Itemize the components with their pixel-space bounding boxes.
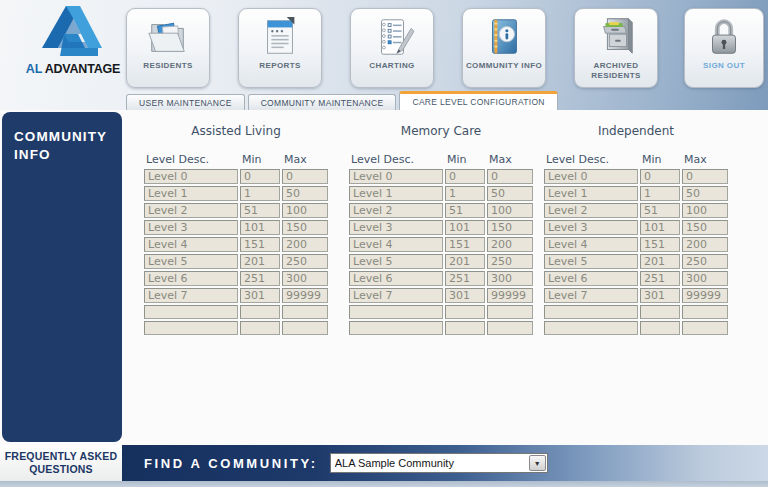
table-cell[interactable]: Level 5 — [144, 254, 238, 269]
table-cell[interactable] — [640, 305, 680, 319]
community-select[interactable]: ALA Sample Community ▼ — [330, 453, 548, 473]
table-cell[interactable]: Level 0 — [544, 169, 638, 184]
table-cell[interactable] — [487, 321, 533, 335]
table-cell[interactable]: Level 6 — [144, 271, 238, 286]
table-cell[interactable]: 50 — [282, 186, 328, 201]
table-cell[interactable]: 201 — [240, 254, 280, 269]
sign-out-button[interactable]: SIGN OUT — [684, 8, 764, 88]
table-cell[interactable]: 150 — [682, 220, 728, 235]
table-cell[interactable]: 51 — [445, 203, 485, 218]
table-cell[interactable]: 301 — [640, 288, 680, 303]
table-cell[interactable]: 200 — [282, 237, 328, 252]
table-cell[interactable]: Level 1 — [544, 186, 638, 201]
table-cell[interactable]: 300 — [282, 271, 328, 286]
table-cell[interactable]: 51 — [240, 203, 280, 218]
table-cell[interactable]: 300 — [682, 271, 728, 286]
charting-button[interactable]: CHARTING — [350, 8, 434, 88]
table-cell[interactable]: 251 — [240, 271, 280, 286]
table-cell[interactable]: 1 — [240, 186, 280, 201]
table-cell[interactable]: 0 — [682, 169, 728, 184]
table-cell[interactable]: 151 — [445, 237, 485, 252]
table-cell[interactable]: 301 — [240, 288, 280, 303]
table-cell[interactable]: 250 — [487, 254, 533, 269]
table-cell[interactable]: 250 — [682, 254, 728, 269]
table-cell[interactable]: 100 — [487, 203, 533, 218]
table-cell[interactable]: Level 6 — [544, 271, 638, 286]
reports-button[interactable]: REPORTS — [238, 8, 322, 88]
tab-community-maintenance[interactable]: COMMUNITY MAINTENANCE — [248, 94, 397, 110]
table-cell[interactable]: Level 4 — [544, 237, 638, 252]
table-cell[interactable] — [282, 321, 328, 335]
table-cell[interactable]: 101 — [240, 220, 280, 235]
table-cell[interactable] — [445, 305, 485, 319]
table-cell[interactable]: Level 7 — [544, 288, 638, 303]
table-cell[interactable]: 300 — [487, 271, 533, 286]
table-cell[interactable] — [240, 321, 280, 335]
community-info-button[interactable]: COMMUNITY INFO — [462, 8, 546, 88]
table-cell[interactable]: 151 — [640, 237, 680, 252]
table-cell[interactable]: Level 6 — [349, 271, 443, 286]
table-cell[interactable] — [282, 305, 328, 319]
table-cell[interactable]: Level 2 — [544, 203, 638, 218]
table-cell[interactable]: Level 3 — [544, 220, 638, 235]
residents-button[interactable]: RESIDENTS — [126, 8, 210, 88]
archived-residents-button[interactable]: ARCHIVED RESIDENTS — [574, 8, 658, 88]
table-cell[interactable]: 200 — [682, 237, 728, 252]
table-cell[interactable]: Level 4 — [349, 237, 443, 252]
table-cell[interactable]: Level 1 — [144, 186, 238, 201]
table-cell[interactable] — [349, 305, 443, 319]
table-cell[interactable]: 99999 — [487, 288, 533, 303]
table-cell[interactable]: 0 — [240, 169, 280, 184]
table-cell[interactable]: Level 5 — [544, 254, 638, 269]
table-cell[interactable] — [487, 305, 533, 319]
table-cell[interactable]: 50 — [487, 186, 533, 201]
table-cell[interactable]: 101 — [640, 220, 680, 235]
table-cell[interactable]: 0 — [487, 169, 533, 184]
table-cell[interactable]: 251 — [640, 271, 680, 286]
table-cell[interactable] — [144, 305, 238, 319]
table-cell[interactable]: 201 — [640, 254, 680, 269]
table-cell[interactable]: Level 5 — [349, 254, 443, 269]
frequently-asked-questions-button[interactable]: FREQUENTLY ASKED QUESTIONS — [0, 445, 122, 481]
table-cell[interactable]: Level 1 — [349, 186, 443, 201]
table-cell[interactable] — [682, 321, 728, 335]
table-cell[interactable] — [640, 321, 680, 335]
table-cell[interactable]: Level 3 — [144, 220, 238, 235]
table-cell[interactable] — [240, 305, 280, 319]
table-cell[interactable]: 1 — [445, 186, 485, 201]
table-cell[interactable]: 0 — [282, 169, 328, 184]
table-cell[interactable]: 0 — [445, 169, 485, 184]
table-cell[interactable]: 1 — [640, 186, 680, 201]
table-cell[interactable]: 151 — [240, 237, 280, 252]
table-cell[interactable]: 101 — [445, 220, 485, 235]
table-cell[interactable] — [682, 305, 728, 319]
table-cell[interactable] — [349, 321, 443, 335]
table-cell[interactable]: 201 — [445, 254, 485, 269]
tab-care-level-configuration[interactable]: CARE LEVEL CONFIGURATION — [399, 91, 557, 110]
table-cell[interactable]: 250 — [282, 254, 328, 269]
table-cell[interactable] — [144, 321, 238, 335]
table-cell[interactable]: 301 — [445, 288, 485, 303]
table-cell[interactable]: Level 2 — [144, 203, 238, 218]
table-cell[interactable]: 0 — [640, 169, 680, 184]
table-cell[interactable]: 100 — [682, 203, 728, 218]
table-cell[interactable]: Level 0 — [144, 169, 238, 184]
table-cell[interactable]: 200 — [487, 237, 533, 252]
table-cell[interactable]: 50 — [682, 186, 728, 201]
table-cell[interactable]: Level 4 — [144, 237, 238, 252]
table-cell[interactable] — [544, 321, 638, 335]
tab-user-maintenance[interactable]: USER MAINTENANCE — [126, 94, 245, 110]
table-cell[interactable]: Level 0 — [349, 169, 443, 184]
table-cell[interactable]: Level 7 — [144, 288, 238, 303]
table-cell[interactable]: 100 — [282, 203, 328, 218]
table-cell[interactable]: 150 — [487, 220, 533, 235]
table-cell[interactable]: 251 — [445, 271, 485, 286]
chevron-down-icon[interactable]: ▼ — [529, 455, 546, 471]
table-cell[interactable] — [544, 305, 638, 319]
table-cell[interactable]: Level 2 — [349, 203, 443, 218]
table-cell[interactable]: 99999 — [282, 288, 328, 303]
table-cell[interactable]: 51 — [640, 203, 680, 218]
table-cell[interactable]: Level 7 — [349, 288, 443, 303]
table-cell[interactable]: 99999 — [682, 288, 728, 303]
table-cell[interactable] — [445, 321, 485, 335]
